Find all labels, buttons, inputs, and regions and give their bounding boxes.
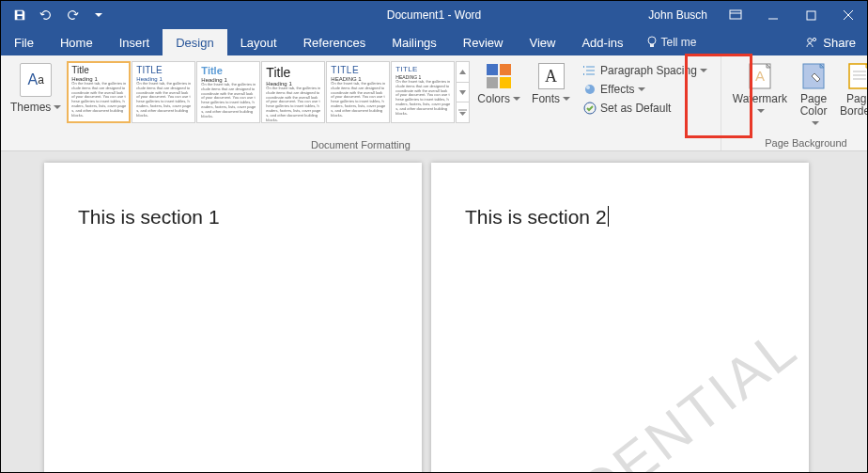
svg-point-17 [586,86,590,89]
svg-rect-5 [650,44,654,47]
save-button[interactable] [7,2,33,28]
style-thumb[interactable]: TITLE HEADING 1 On the Insert tab, the g… [326,61,390,123]
effects-icon [583,83,597,96]
ribbon-display-icon [729,9,742,21]
tab-insert[interactable]: Insert [106,29,163,55]
redo-icon [66,8,79,22]
maximize-icon [806,10,816,21]
group-label-pagebg: Page Background [727,135,868,149]
page-section-1[interactable]: This is section 1 [44,163,422,473]
share-icon [805,36,818,49]
themes-button[interactable]: Aa Themes [7,59,65,118]
tab-mailings[interactable]: Mailings [379,29,450,55]
tab-design[interactable]: Design [163,29,226,55]
lightbulb-icon [646,36,658,49]
section-2-text: This is section 2 [465,206,775,229]
section-1-text: This is section 1 [78,206,388,229]
text-cursor [608,206,609,227]
gallery-expand[interactable] [457,102,469,122]
svg-rect-3 [807,11,815,20]
tell-me-label: Tell me [661,36,697,49]
svg-rect-0 [730,10,741,19]
tab-file[interactable]: File [1,29,47,55]
titlebar: Document1 - Word John Busch [1,1,867,29]
page-color-button[interactable]: Page Color [793,59,834,133]
save-icon [13,8,26,22]
maximize-button[interactable] [792,1,829,29]
chevron-down-icon [95,11,102,19]
minimize-button[interactable] [754,1,792,29]
svg-rect-24 [849,64,868,88]
document-area[interactable]: This is section 1 This is section 2 CONF… [1,151,867,473]
close-button[interactable] [829,1,867,29]
watermark-label: Watermark [733,93,787,118]
svg-point-4 [648,37,656,44]
svg-rect-9 [487,64,498,75]
effects-label: Effects [600,83,644,96]
paragraph-spacing-button[interactable]: Paragraph Spacing [580,61,711,80]
gallery-scrollbar [456,61,470,123]
user-name[interactable]: John Busch [639,8,717,22]
style-thumb[interactable]: Title Heading 1 On the Insert tab, the g… [67,61,131,123]
page-borders-label: Page Borders [840,93,868,118]
themes-label: Themes [10,101,61,114]
svg-rect-12 [500,77,511,88]
page-borders-button[interactable]: Page Borders [834,59,868,119]
share-label: Share [823,36,856,50]
paragraph-spacing-label: Paragraph Spacing [600,64,707,77]
tab-references[interactable]: References [290,29,379,55]
tab-review[interactable]: Review [450,29,517,55]
document-title: Document1 - Word [387,8,481,22]
docfmt-options: Paragraph Spacing Effects Set as Default [576,59,715,119]
close-icon [843,9,854,21]
gallery-scroll-up[interactable] [457,62,469,83]
watermark-text: CONFIDENTIAL [431,315,809,473]
tab-home[interactable]: Home [47,29,106,55]
style-thumb[interactable]: Title Heading 1 On the Insert tab, the g… [261,61,325,123]
fonts-button[interactable]: A Fonts [526,59,576,107]
fonts-icon: A [536,61,566,91]
tell-me-button[interactable]: Tell me [637,29,706,55]
watermark-icon: A [745,61,775,91]
effects-button[interactable]: Effects [580,80,711,99]
qat-customize-button[interactable] [85,2,112,28]
svg-rect-11 [487,77,498,88]
gallery-scroll-down[interactable] [457,83,469,103]
colors-button[interactable]: Colors [472,59,526,107]
tab-layout[interactable]: Layout [227,29,290,55]
set-default-label: Set as Default [600,102,671,115]
set-default-button[interactable]: Set as Default [580,99,711,118]
checkmark-icon [583,102,597,115]
ribbon: Aa Themes Title Heading 1 On the Insert … [1,55,867,151]
colors-label: Colors [477,93,520,105]
page-borders-icon [845,61,868,91]
page-color-label: Page Color [798,93,829,131]
svg-point-7 [814,38,816,40]
svg-rect-10 [500,64,511,75]
minimize-icon [767,9,779,21]
page-section-2[interactable]: This is section 2 CONFIDENTIAL [431,163,809,473]
ribbon-display-button[interactable] [717,1,754,29]
tab-view[interactable]: View [516,29,568,55]
group-label-docfmt: Document Formatting [7,137,715,150]
tab-addins[interactable]: Add-ins [568,29,636,55]
page-color-icon [798,61,829,91]
style-thumb[interactable]: TITLE HEADING 1 On the Insert tab, the g… [391,61,455,123]
svg-point-6 [808,39,813,43]
style-gallery: Title Heading 1 On the Insert tab, the g… [65,59,472,125]
quick-access-toolbar [1,2,112,28]
ribbon-tabs: File Home Insert Design Layout Reference… [1,29,867,55]
undo-icon [39,8,53,22]
fonts-label: Fonts [532,93,570,105]
svg-point-16 [585,85,595,94]
watermark-button[interactable]: A Watermark [727,59,793,119]
redo-button[interactable] [59,2,85,28]
undo-button[interactable] [33,2,59,28]
style-thumb[interactable]: Title Heading 1 On the Insert tab, the g… [196,61,260,123]
themes-icon: Aa [20,63,52,97]
style-thumb[interactable]: TITLE Heading 1 On the Insert tab, the g… [132,61,195,123]
share-button[interactable]: Share [794,29,867,55]
svg-text:A: A [755,68,765,84]
colors-icon [484,61,514,91]
paragraph-spacing-icon [583,64,597,77]
